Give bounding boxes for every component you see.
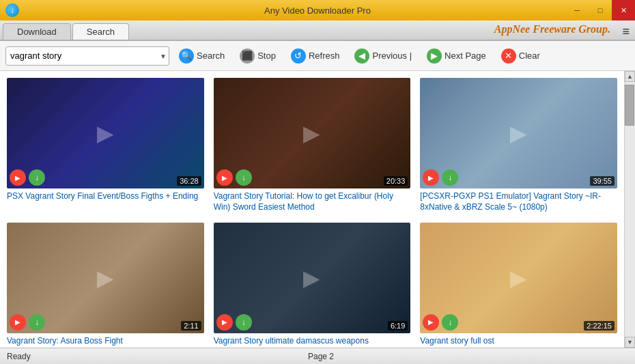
download-button[interactable]: ↓	[29, 314, 45, 331]
video-item-5[interactable]: ▶ ▶ ↓ 6:19 Vagrant Story ultimate damasc…	[214, 223, 411, 347]
video-controls: ▶ ↓	[10, 169, 45, 186]
video-controls: ▶ ↓	[423, 314, 458, 331]
title-bar: ↓ Any Video Downloader Pro ─ □ ✕	[0, 0, 635, 20]
video-item-1[interactable]: ▶ ▶ ↓ 36:28 PSX Vagrant Story Final Even…	[7, 78, 204, 213]
video-item-2[interactable]: ▶ ▶ ↓ 20:33 Vagrant Story Tutorial: How …	[214, 78, 411, 213]
refresh-button[interactable]: ↺ Refresh	[285, 46, 345, 66]
window-controls: ─ □ ✕	[565, 0, 635, 20]
video-item-4[interactable]: ▶ ▶ ↓ 2:11 Vagrant Story: Asura Boss Fig…	[7, 223, 204, 347]
tab-search[interactable]: Search	[72, 23, 129, 40]
video-title[interactable]: [PCSXR-PGXP PS1 Emulator] Vagrant Story …	[420, 191, 617, 212]
clear-icon: ✕	[501, 48, 516, 64]
search-input-container: ▼	[5, 46, 169, 66]
app-icon: ↓	[5, 3, 19, 17]
video-title[interactable]: PSX Vagrant Story Final Event/Boss Figth…	[7, 191, 204, 202]
download-button[interactable]: ↓	[236, 314, 252, 331]
tab-bar: Download Search AppNee Freeware Group. ≡	[0, 20, 635, 41]
play-button[interactable]: ▶	[423, 314, 439, 331]
search-input[interactable]	[5, 46, 169, 66]
stop-icon: ⬛	[240, 48, 255, 64]
next-page-icon: ▶	[427, 48, 442, 64]
video-thumbnail: ▶ ▶ ↓ 39:55	[420, 78, 617, 188]
content-area: ▶ ▶ ↓ 36:28 PSX Vagrant Story Final Even…	[0, 71, 635, 348]
video-thumbnail: ▶ ▶ ↓ 20:33	[214, 78, 411, 188]
play-button[interactable]: ▶	[216, 314, 233, 331]
refresh-icon: ↺	[291, 48, 306, 64]
scroll-up-arrow[interactable]: ▲	[625, 71, 635, 82]
video-title[interactable]: Vagrant Story Tutorial: How to get Excal…	[214, 191, 411, 212]
video-thumbnail: ▶ ▶ ↓ 2:22:15	[420, 223, 617, 333]
minimize-button[interactable]: ─	[565, 0, 589, 20]
video-thumbnail: ▶ ▶ ↓ 2:11	[7, 223, 204, 333]
download-button[interactable]: ↓	[236, 169, 252, 186]
next-page-button[interactable]: ▶ Next Page	[421, 46, 492, 66]
video-title[interactable]: Vagrant story full ost	[420, 336, 617, 347]
video-controls: ▶ ↓	[216, 169, 252, 186]
video-item-3[interactable]: ▶ ▶ ↓ 39:55 [PCSXR-PGXP PS1 Emulator] Va…	[420, 78, 617, 213]
branding-text: AppNee Freeware Group.	[494, 23, 610, 36]
maximize-button[interactable]: □	[589, 0, 612, 20]
scroll-thumb[interactable]	[625, 85, 634, 126]
video-title[interactable]: Vagrant Story ultimate damascus weapons	[214, 336, 411, 347]
clear-button[interactable]: ✕ Clear	[496, 46, 546, 66]
status-bar: Ready Page 2	[0, 348, 635, 364]
stop-button[interactable]: ⬛ Stop	[234, 46, 281, 66]
prev-page-button[interactable]: ◀ Previous |	[349, 46, 417, 66]
video-grid: ▶ ▶ ↓ 36:28 PSX Vagrant Story Final Even…	[0, 71, 624, 348]
play-button[interactable]: ▶	[423, 169, 439, 186]
download-button[interactable]: ↓	[442, 314, 458, 331]
video-controls: ▶ ↓	[423, 169, 458, 186]
search-button[interactable]: 🔍 Search	[173, 46, 230, 66]
duration-badge: 39:55	[590, 176, 615, 186]
scrollbar: ▲ ▼	[624, 71, 635, 348]
video-controls: ▶ ↓	[216, 314, 252, 331]
search-icon: 🔍	[179, 48, 194, 64]
video-thumbnail: ▶ ▶ ↓ 36:28	[7, 78, 204, 188]
scroll-track	[625, 82, 635, 337]
duration-badge: 2:22:15	[584, 321, 615, 331]
status-page: Page 2	[216, 352, 426, 361]
video-thumbnail: ▶ ▶ ↓ 6:19	[214, 223, 411, 333]
menu-icon[interactable]: ≡	[622, 25, 630, 39]
close-button[interactable]: ✕	[612, 0, 635, 20]
duration-badge: 2:11	[181, 321, 201, 331]
duration-badge: 20:33	[384, 176, 408, 186]
play-button[interactable]: ▶	[10, 169, 26, 186]
video-title[interactable]: Vagrant Story: Asura Boss Fight	[7, 336, 204, 347]
prev-page-icon: ◀	[354, 48, 369, 64]
window-title: Any Video Downloader Pro	[264, 5, 371, 16]
duration-badge: 6:19	[388, 321, 408, 331]
scroll-down-arrow[interactable]: ▼	[625, 337, 635, 348]
download-button[interactable]: ↓	[29, 169, 45, 186]
video-controls: ▶ ↓	[10, 314, 45, 331]
video-item-6[interactable]: ▶ ▶ ↓ 2:22:15 Vagrant story full ost	[420, 223, 617, 347]
tab-download[interactable]: Download	[3, 23, 71, 40]
duration-badge: 36:28	[177, 176, 201, 186]
play-button[interactable]: ▶	[216, 169, 233, 186]
download-button[interactable]: ↓	[442, 169, 458, 186]
search-toolbar: ▼ 🔍 Search ⬛ Stop ↺ Refresh ◀ Previous |…	[0, 41, 635, 71]
status-ready: Ready	[0, 352, 216, 361]
play-button[interactable]: ▶	[10, 314, 26, 331]
